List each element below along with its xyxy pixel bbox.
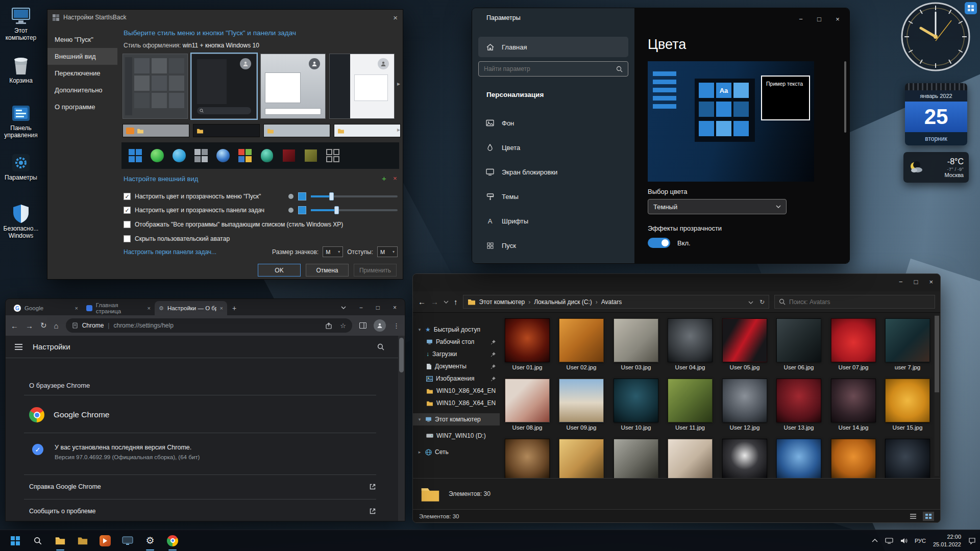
- transparency-slider[interactable]: [311, 195, 398, 197]
- check-row-start-color[interactable]: ✓ Настроить цвет и прозрачность меню "Пу…: [124, 190, 398, 203]
- file-item[interactable]: [502, 439, 553, 478]
- tree-item-this-pc[interactable]: ▾Этот компьютер: [413, 413, 500, 425]
- tab-close-icon[interactable]: ×: [148, 305, 151, 311]
- icon-size-select[interactable]: M▾: [323, 246, 343, 257]
- file-item[interactable]: user 7.jpg: [882, 318, 933, 370]
- taskbar-preview-4[interactable]: [334, 124, 401, 137]
- nav-home[interactable]: Главная: [478, 37, 628, 57]
- tree-item-folder[interactable]: WIN10_X86_X64_EN: [413, 385, 500, 397]
- customize-appearance-link[interactable]: Настройте внешний вид: [124, 175, 198, 183]
- address-bar[interactable]: Chrome | chrome://settings/help ☆: [66, 318, 352, 333]
- desktop-icon-control-panel[interactable]: Панель управления: [0, 105, 42, 139]
- desktop-icon-recycle-bin[interactable]: Корзина: [0, 55, 42, 85]
- start-style-grey-flag[interactable]: [193, 148, 209, 163]
- file-item[interactable]: User 14.jpg: [828, 379, 879, 431]
- spacing-select[interactable]: M▾: [377, 246, 398, 257]
- tab-close-icon[interactable]: ×: [75, 305, 78, 311]
- check-row-all-programs[interactable]: ✓ Отображать "Все программы" выпадающим …: [124, 218, 398, 231]
- tab-settings-about[interactable]: ⚙Настройки — О бра×: [155, 301, 227, 315]
- desktop-icon-settings[interactable]: Параметры: [0, 153, 42, 182]
- nav-appearance[interactable]: Внешний вид: [47, 48, 117, 65]
- maximize-button[interactable]: □: [376, 304, 380, 311]
- check-row-taskbar-color[interactable]: ✓ Настроить цвет и прозрачность панели з…: [124, 204, 398, 216]
- maximize-button[interactable]: □: [914, 278, 918, 286]
- start-style-green-orb[interactable]: [150, 148, 165, 163]
- color-swatch[interactable]: [298, 192, 306, 201]
- explorer-search-input[interactable]: [789, 298, 917, 306]
- file-item[interactable]: User 11.jpg: [665, 379, 716, 431]
- thumbnail-view-button[interactable]: [923, 512, 934, 521]
- nav-about[interactable]: О программе: [47, 98, 117, 115]
- new-tab-button[interactable]: +: [232, 304, 236, 312]
- breadcrumb-disk-c[interactable]: Локальный диск (C:): [534, 298, 592, 306]
- file-item[interactable]: [719, 439, 770, 478]
- gadget-control-icon[interactable]: [965, 2, 977, 14]
- calendar-gadget[interactable]: январь 2022 25 вторник: [905, 83, 967, 145]
- apply-button[interactable]: Применить: [354, 264, 397, 277]
- taskbar-preview-2[interactable]: [193, 124, 260, 137]
- taskbar-preview-3[interactable]: [263, 124, 330, 137]
- hamburger-menu-icon[interactable]: [15, 342, 22, 352]
- file-item[interactable]: User 09.jpg: [556, 379, 607, 431]
- color-knob[interactable]: [288, 194, 293, 199]
- tree-item-documents[interactable]: Документы: [413, 360, 500, 372]
- taskbar-search-button[interactable]: [27, 531, 49, 551]
- file-item[interactable]: User 03.jpg: [610, 318, 662, 370]
- file-item[interactable]: [828, 439, 879, 478]
- tree-item-downloads[interactable]: ↓Загрузки: [413, 348, 500, 360]
- nav-lock-screen[interactable]: Экран блокировки: [478, 162, 628, 182]
- taskbar-display-app-button[interactable]: [116, 531, 139, 551]
- file-item[interactable]: [610, 439, 662, 478]
- maximize-button[interactable]: □: [812, 13, 827, 24]
- explorer-search-box[interactable]: [774, 295, 935, 309]
- explorer-scrollbar[interactable]: [935, 315, 939, 476]
- start-style-olive[interactable]: [303, 148, 318, 163]
- expand-arrow-icon[interactable]: ▾: [417, 327, 422, 332]
- tab-google[interactable]: GGoogle×: [10, 301, 82, 315]
- checkbox-unchecked[interactable]: ✓: [124, 235, 131, 242]
- language-indicator[interactable]: РУС: [915, 538, 926, 544]
- desktop-icon-this-pc[interactable]: Этот компьютер: [0, 7, 42, 42]
- file-item[interactable]: User 12.jpg: [719, 379, 770, 431]
- nav-switching[interactable]: Переключение: [47, 65, 117, 82]
- search-icon[interactable]: [377, 343, 384, 350]
- check-row-hide-avatar[interactable]: ✓ Скрыть пользовательский аватар: [124, 233, 398, 245]
- nav-themes[interactable]: Темы: [478, 186, 628, 207]
- forward-icon[interactable]: →: [26, 321, 33, 330]
- cancel-button[interactable]: Отмена: [306, 264, 349, 277]
- file-item[interactable]: User 07.jpg: [828, 318, 879, 370]
- tree-item-desktop[interactable]: Рабочий стол: [413, 336, 500, 348]
- close-button[interactable]: ×: [393, 13, 398, 22]
- minimize-button[interactable]: −: [359, 304, 363, 311]
- tree-item-folder[interactable]: WIN10_X86_X64_EN: [413, 397, 500, 409]
- tab-search-chevron[interactable]: [341, 306, 346, 309]
- start-style-outline[interactable]: [325, 148, 340, 163]
- address-bar[interactable]: Этот компьютер› Локальный диск (C:)› Ava…: [463, 295, 770, 309]
- page-scrollbar[interactable]: [844, 61, 846, 133]
- page-info-icon[interactable]: [72, 322, 78, 329]
- checkbox-unchecked[interactable]: ✓: [124, 221, 131, 228]
- details-view-button[interactable]: [908, 512, 919, 521]
- tab-close-icon[interactable]: ×: [220, 305, 223, 311]
- color-swatch[interactable]: [298, 206, 306, 214]
- file-item[interactable]: [556, 439, 607, 478]
- start-style-win11[interactable]: [128, 148, 143, 163]
- file-item[interactable]: [773, 439, 824, 478]
- profile-avatar[interactable]: [374, 319, 386, 332]
- taskbar-media-button[interactable]: [94, 531, 116, 551]
- file-item[interactable]: User 01.jpg: [502, 318, 553, 370]
- style-preview-white[interactable]: [329, 54, 395, 119]
- back-button[interactable]: ←: [418, 297, 426, 306]
- close-button[interactable]: ×: [393, 304, 397, 311]
- file-item[interactable]: User 15.jpg: [882, 379, 933, 431]
- help-row[interactable]: Справка Google Chrome: [29, 474, 376, 499]
- refresh-icon[interactable]: ↻: [760, 298, 765, 306]
- add-style-icon[interactable]: +: [382, 174, 386, 183]
- nav-colors[interactable]: Цвета: [478, 137, 628, 158]
- color-knob[interactable]: [288, 208, 293, 213]
- nav-start-menu[interactable]: Меню "Пуск": [47, 31, 117, 48]
- style-preview-win10[interactable]: [122, 54, 188, 119]
- file-item[interactable]: User 04.jpg: [665, 318, 716, 370]
- transparency-slider[interactable]: [311, 209, 398, 211]
- forward-button[interactable]: →: [431, 297, 438, 306]
